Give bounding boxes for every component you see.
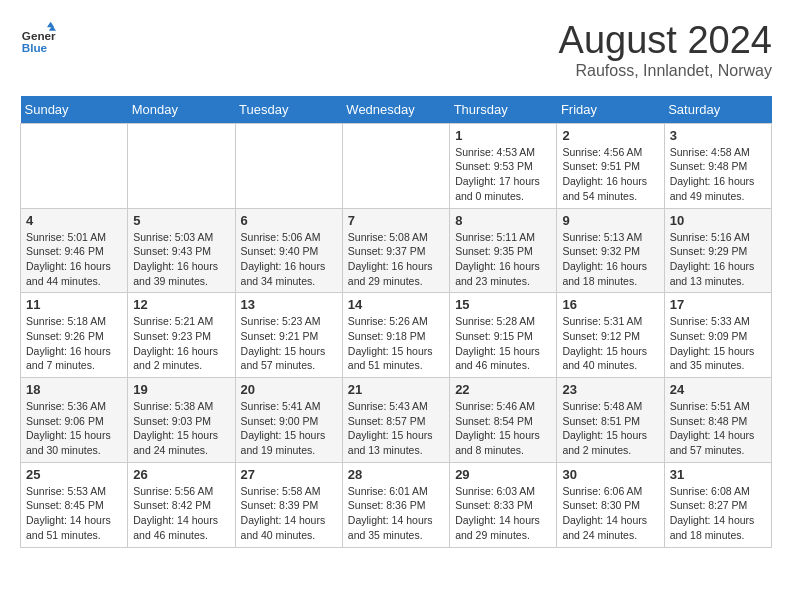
day-number: 18 xyxy=(26,382,122,397)
day-info: Sunrise: 5:26 AM Sunset: 9:18 PM Dayligh… xyxy=(348,314,444,373)
title-block: August 2024 Raufoss, Innlandet, Norway xyxy=(559,20,772,80)
weekday-header-sunday: Sunday xyxy=(21,96,128,124)
day-info: Sunrise: 5:46 AM Sunset: 8:54 PM Dayligh… xyxy=(455,399,551,458)
calendar-cell: 26Sunrise: 5:56 AM Sunset: 8:42 PM Dayli… xyxy=(128,462,235,547)
calendar-table: SundayMondayTuesdayWednesdayThursdayFrid… xyxy=(20,96,772,548)
day-number: 4 xyxy=(26,213,122,228)
calendar-week-4: 18Sunrise: 5:36 AM Sunset: 9:06 PM Dayli… xyxy=(21,378,772,463)
calendar-cell: 13Sunrise: 5:23 AM Sunset: 9:21 PM Dayli… xyxy=(235,293,342,378)
svg-text:Blue: Blue xyxy=(22,41,48,54)
day-info: Sunrise: 5:38 AM Sunset: 9:03 PM Dayligh… xyxy=(133,399,229,458)
day-info: Sunrise: 6:01 AM Sunset: 8:36 PM Dayligh… xyxy=(348,484,444,543)
calendar-cell: 17Sunrise: 5:33 AM Sunset: 9:09 PM Dayli… xyxy=(664,293,771,378)
calendar-week-5: 25Sunrise: 5:53 AM Sunset: 8:45 PM Dayli… xyxy=(21,462,772,547)
day-info: Sunrise: 5:51 AM Sunset: 8:48 PM Dayligh… xyxy=(670,399,766,458)
day-number: 9 xyxy=(562,213,658,228)
day-number: 15 xyxy=(455,297,551,312)
day-number: 1 xyxy=(455,128,551,143)
day-number: 2 xyxy=(562,128,658,143)
day-info: Sunrise: 5:06 AM Sunset: 9:40 PM Dayligh… xyxy=(241,230,337,289)
calendar-cell xyxy=(235,123,342,208)
calendar-cell: 2Sunrise: 4:56 AM Sunset: 9:51 PM Daylig… xyxy=(557,123,664,208)
day-info: Sunrise: 4:53 AM Sunset: 9:53 PM Dayligh… xyxy=(455,145,551,204)
day-info: Sunrise: 5:56 AM Sunset: 8:42 PM Dayligh… xyxy=(133,484,229,543)
day-number: 26 xyxy=(133,467,229,482)
calendar-cell: 6Sunrise: 5:06 AM Sunset: 9:40 PM Daylig… xyxy=(235,208,342,293)
day-info: Sunrise: 5:03 AM Sunset: 9:43 PM Dayligh… xyxy=(133,230,229,289)
calendar-cell: 8Sunrise: 5:11 AM Sunset: 9:35 PM Daylig… xyxy=(450,208,557,293)
calendar-cell: 24Sunrise: 5:51 AM Sunset: 8:48 PM Dayli… xyxy=(664,378,771,463)
calendar-cell: 18Sunrise: 5:36 AM Sunset: 9:06 PM Dayli… xyxy=(21,378,128,463)
day-number: 3 xyxy=(670,128,766,143)
calendar-cell: 15Sunrise: 5:28 AM Sunset: 9:15 PM Dayli… xyxy=(450,293,557,378)
day-number: 31 xyxy=(670,467,766,482)
day-info: Sunrise: 5:48 AM Sunset: 8:51 PM Dayligh… xyxy=(562,399,658,458)
day-info: Sunrise: 5:36 AM Sunset: 9:06 PM Dayligh… xyxy=(26,399,122,458)
day-info: Sunrise: 5:23 AM Sunset: 9:21 PM Dayligh… xyxy=(241,314,337,373)
day-number: 21 xyxy=(348,382,444,397)
calendar-cell xyxy=(342,123,449,208)
day-info: Sunrise: 6:06 AM Sunset: 8:30 PM Dayligh… xyxy=(562,484,658,543)
calendar-cell: 23Sunrise: 5:48 AM Sunset: 8:51 PM Dayli… xyxy=(557,378,664,463)
weekday-header-tuesday: Tuesday xyxy=(235,96,342,124)
day-number: 27 xyxy=(241,467,337,482)
day-number: 8 xyxy=(455,213,551,228)
calendar-cell: 4Sunrise: 5:01 AM Sunset: 9:46 PM Daylig… xyxy=(21,208,128,293)
weekday-header-row: SundayMondayTuesdayWednesdayThursdayFrid… xyxy=(21,96,772,124)
calendar-cell: 29Sunrise: 6:03 AM Sunset: 8:33 PM Dayli… xyxy=(450,462,557,547)
day-info: Sunrise: 5:01 AM Sunset: 9:46 PM Dayligh… xyxy=(26,230,122,289)
day-number: 25 xyxy=(26,467,122,482)
day-info: Sunrise: 5:13 AM Sunset: 9:32 PM Dayligh… xyxy=(562,230,658,289)
day-number: 30 xyxy=(562,467,658,482)
calendar-cell: 28Sunrise: 6:01 AM Sunset: 8:36 PM Dayli… xyxy=(342,462,449,547)
calendar-week-3: 11Sunrise: 5:18 AM Sunset: 9:26 PM Dayli… xyxy=(21,293,772,378)
weekday-header-monday: Monday xyxy=(128,96,235,124)
svg-marker-2 xyxy=(47,22,54,27)
day-number: 28 xyxy=(348,467,444,482)
day-number: 6 xyxy=(241,213,337,228)
day-number: 24 xyxy=(670,382,766,397)
calendar-cell: 1Sunrise: 4:53 AM Sunset: 9:53 PM Daylig… xyxy=(450,123,557,208)
calendar-cell: 11Sunrise: 5:18 AM Sunset: 9:26 PM Dayli… xyxy=(21,293,128,378)
logo: General Blue xyxy=(20,20,56,56)
day-number: 19 xyxy=(133,382,229,397)
day-number: 29 xyxy=(455,467,551,482)
day-number: 14 xyxy=(348,297,444,312)
logo-icon: General Blue xyxy=(20,20,56,56)
day-info: Sunrise: 4:56 AM Sunset: 9:51 PM Dayligh… xyxy=(562,145,658,204)
day-info: Sunrise: 5:21 AM Sunset: 9:23 PM Dayligh… xyxy=(133,314,229,373)
calendar-cell: 12Sunrise: 5:21 AM Sunset: 9:23 PM Dayli… xyxy=(128,293,235,378)
day-number: 17 xyxy=(670,297,766,312)
weekday-header-wednesday: Wednesday xyxy=(342,96,449,124)
calendar-cell: 5Sunrise: 5:03 AM Sunset: 9:43 PM Daylig… xyxy=(128,208,235,293)
calendar-cell: 30Sunrise: 6:06 AM Sunset: 8:30 PM Dayli… xyxy=(557,462,664,547)
header: General Blue August 2024 Raufoss, Innlan… xyxy=(20,20,772,80)
day-info: Sunrise: 5:18 AM Sunset: 9:26 PM Dayligh… xyxy=(26,314,122,373)
day-number: 16 xyxy=(562,297,658,312)
weekday-header-friday: Friday xyxy=(557,96,664,124)
calendar-cell: 16Sunrise: 5:31 AM Sunset: 9:12 PM Dayli… xyxy=(557,293,664,378)
day-info: Sunrise: 5:28 AM Sunset: 9:15 PM Dayligh… xyxy=(455,314,551,373)
calendar-cell: 20Sunrise: 5:41 AM Sunset: 9:00 PM Dayli… xyxy=(235,378,342,463)
day-number: 13 xyxy=(241,297,337,312)
calendar-cell xyxy=(128,123,235,208)
calendar-week-1: 1Sunrise: 4:53 AM Sunset: 9:53 PM Daylig… xyxy=(21,123,772,208)
day-number: 12 xyxy=(133,297,229,312)
calendar-cell xyxy=(21,123,128,208)
calendar-cell: 21Sunrise: 5:43 AM Sunset: 8:57 PM Dayli… xyxy=(342,378,449,463)
day-info: Sunrise: 6:03 AM Sunset: 8:33 PM Dayligh… xyxy=(455,484,551,543)
day-number: 11 xyxy=(26,297,122,312)
day-info: Sunrise: 5:08 AM Sunset: 9:37 PM Dayligh… xyxy=(348,230,444,289)
calendar-cell: 25Sunrise: 5:53 AM Sunset: 8:45 PM Dayli… xyxy=(21,462,128,547)
calendar-cell: 10Sunrise: 5:16 AM Sunset: 9:29 PM Dayli… xyxy=(664,208,771,293)
day-number: 5 xyxy=(133,213,229,228)
day-info: Sunrise: 5:16 AM Sunset: 9:29 PM Dayligh… xyxy=(670,230,766,289)
day-info: Sunrise: 5:43 AM Sunset: 8:57 PM Dayligh… xyxy=(348,399,444,458)
calendar-cell: 9Sunrise: 5:13 AM Sunset: 9:32 PM Daylig… xyxy=(557,208,664,293)
calendar-cell: 14Sunrise: 5:26 AM Sunset: 9:18 PM Dayli… xyxy=(342,293,449,378)
weekday-header-thursday: Thursday xyxy=(450,96,557,124)
day-number: 10 xyxy=(670,213,766,228)
day-info: Sunrise: 5:41 AM Sunset: 9:00 PM Dayligh… xyxy=(241,399,337,458)
calendar-subtitle: Raufoss, Innlandet, Norway xyxy=(559,62,772,80)
weekday-header-saturday: Saturday xyxy=(664,96,771,124)
